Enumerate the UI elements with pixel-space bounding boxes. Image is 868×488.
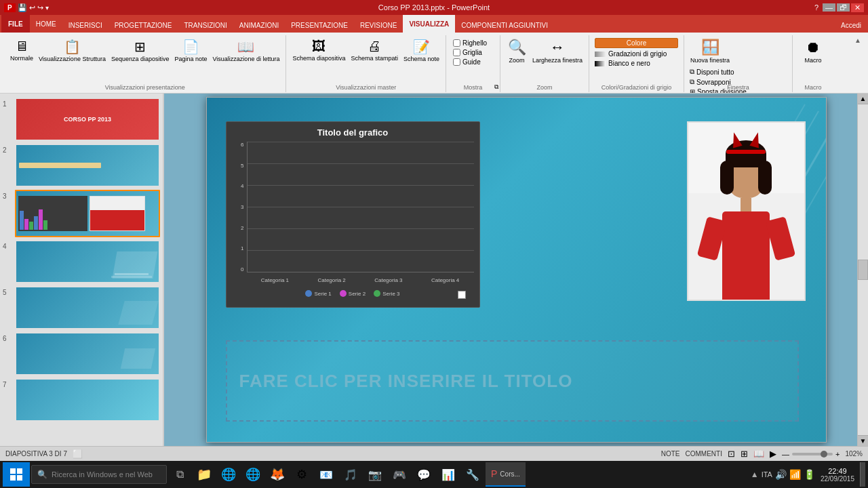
taskbar-icon-firefox[interactable]: 🦊 [266, 462, 289, 487]
text-placeholder-box[interactable]: FARE CLIC PER INSERIRE IL TITOLO [226, 340, 799, 422]
checkbox-griglia[interactable]: Griglia [453, 49, 493, 56]
photo-container[interactable] [687, 121, 806, 301]
taskbar-search[interactable]: 🔍 Ricerca in Windows e nel Web [31, 465, 167, 484]
slide-thumb-5[interactable] [15, 286, 160, 329]
minimize-button[interactable]: — [823, 3, 835, 12]
slide-thumb-6[interactable] [15, 332, 160, 375]
slide-thumb-7[interactable] [15, 378, 160, 422]
btn-disponi-tutto[interactable]: ⧉Disponi tutto [688, 67, 788, 77]
taskbar-icon-extra1[interactable]: 📧 [315, 462, 338, 487]
restore-button[interactable]: 🗗 [837, 3, 850, 12]
show-desktop-button[interactable] [860, 462, 865, 487]
system-clock[interactable]: 22:49 22/09/2015 [818, 467, 857, 483]
tray-icon-1[interactable]: ▲ [751, 470, 759, 479]
tab-revisione[interactable]: REVISIONE [354, 18, 403, 33]
taskbar-icon-edge[interactable]: 🌐 [217, 462, 240, 487]
slide-item-6[interactable]: 6 [3, 332, 160, 375]
collapse-ribbon-button[interactable]: ▲ [852, 35, 864, 45]
btn-larghezza[interactable]: ↔ Larghezza finestra [530, 37, 585, 66]
chart-container[interactable]: Titolo del grafico 6 5 4 3 2 1 0 [226, 121, 480, 308]
quick-save-icon[interactable]: 💾 [18, 3, 27, 12]
slide-item-4[interactable]: 4 [3, 240, 160, 283]
gradazioni-option[interactable]: Gradazioni di grigio [595, 50, 678, 58]
taskbar-icon-extra6[interactable]: 📊 [437, 462, 460, 487]
tray-icon-3[interactable]: 📶 [789, 469, 801, 480]
slide-item-3[interactable]: 3 [3, 190, 160, 237]
tab-progettazione[interactable]: PROGETTAZIONE [108, 18, 178, 33]
tab-inserisci[interactable]: INSERISCI [62, 18, 108, 33]
taskbar-icon-extra5[interactable]: 💬 [412, 462, 435, 487]
btn-sequenza[interactable]: ⊞ Sequenza diapositive [109, 37, 172, 64]
comments-button[interactable]: COMMENTI [686, 450, 722, 458]
quick-undo-icon[interactable]: ↩ [29, 3, 35, 12]
slide-num-6: 6 [3, 332, 12, 342]
btn-lettura[interactable]: 📖 Visualizzazione di lettura [211, 37, 282, 64]
accedi-button[interactable]: Accedi [835, 18, 867, 33]
slide-canvas[interactable]: Titolo del grafico 6 5 4 3 2 1 0 [206, 97, 827, 443]
tab-file[interactable]: FILE [1, 15, 30, 33]
taskbar-icon-task-view[interactable]: ⧉ [168, 462, 191, 487]
btn-normale[interactable]: 🖥 Normale [8, 37, 35, 64]
svg-rect-3 [17, 475, 22, 481]
chart-resize-handle[interactable] [458, 291, 466, 299]
zoom-slider[interactable]: — + [782, 450, 840, 458]
mostra-expand-icon[interactable]: ⧉ [494, 83, 498, 91]
text-placeholder[interactable]: FARE CLIC PER INSERIRE IL TITOLO [239, 371, 573, 392]
btn-struttura[interactable]: 📋 Visualizzazione Struttura [37, 37, 108, 64]
tray-icon-4[interactable]: 🔋 [804, 469, 815, 480]
tray-icon-lang[interactable]: ITA [762, 470, 772, 479]
tray-icon-2[interactable]: 🔊 [775, 469, 787, 480]
slide-num-4: 4 [3, 240, 12, 250]
btn-colore[interactable]: Colore [595, 38, 678, 48]
slide-thumb-1[interactable]: CORSO PP 2013 [15, 98, 160, 141]
quick-customize-icon[interactable]: ▾ [45, 4, 49, 12]
slide-thumb-4[interactable] [15, 240, 160, 283]
taskbar-icon-extra7[interactable]: 🔧 [461, 462, 484, 487]
btn-schema-stampati[interactable]: 🖨 Schema stampati [349, 37, 400, 64]
slide-item-2[interactable]: 2 [3, 144, 160, 187]
btn-zoom[interactable]: 🔍 Zoom [505, 37, 529, 66]
taskbar-icon-ie[interactable]: 🌐 [241, 462, 264, 487]
btn-macro[interactable]: ⏺ Macro [797, 37, 829, 66]
x-label-cat3: Categoria 3 [374, 277, 402, 283]
btn-nuova-finestra[interactable]: 🪟 Nuova finestra [688, 37, 732, 66]
view-slide-sorter-icon[interactable]: ⊞ [741, 449, 748, 459]
taskbar-icon-extra4[interactable]: 🎮 [388, 462, 411, 487]
taskbar-icon-file-explorer[interactable]: 📁 [193, 462, 216, 487]
slideshow-icon[interactable]: ▶ [770, 449, 776, 459]
btn-schema-diapo[interactable]: 🖼 Schema diapositiva [290, 37, 347, 64]
taskbar-pp-active[interactable]: P Cors... [486, 462, 526, 487]
tab-transizioni[interactable]: TRANSIZIONI [178, 18, 233, 33]
slide-item-1[interactable]: 1 CORSO PP 2013 [3, 98, 160, 141]
quick-redo-icon[interactable]: ↪ [37, 3, 43, 12]
btn-schema-note[interactable]: 📝 Schema note [401, 37, 441, 64]
bianco-nero-option[interactable]: Bianco e nero [595, 60, 678, 67]
slide-thumb-2[interactable] [15, 144, 160, 187]
group-label-visualizzazioni: Visualizzazioni presentazione [105, 84, 185, 91]
taskbar-icon-extra2[interactable]: 🎵 [339, 462, 362, 487]
vertical-scrollbar[interactable]: ▲ ▼ [857, 94, 868, 446]
help-button[interactable]: ? [812, 3, 821, 12]
slide-item-7[interactable]: 7 [3, 378, 160, 422]
taskbar-icon-extra3[interactable]: 📷 [363, 462, 387, 487]
tab-presentazione[interactable]: PRESENTAZIONE [285, 18, 354, 33]
checkbox-guide[interactable]: Guide [453, 58, 493, 66]
view-reading-icon[interactable]: 📖 [753, 449, 764, 459]
tab-animazioni[interactable]: ANIMAZIONI [233, 18, 285, 33]
close-button[interactable]: ✕ [851, 3, 864, 12]
taskbar-icon-chrome[interactable]: ⚙ [290, 462, 313, 487]
ribbon-group-zoom: 🔍 Zoom ↔ Larghezza finestra Zoom [500, 35, 589, 92]
btn-pagina-note[interactable]: 📄 Pagina note [172, 37, 209, 64]
checkbox-righello[interactable]: Righello [453, 39, 493, 47]
view-normal-icon[interactable]: ⊡ [728, 449, 735, 459]
slide-item-5[interactable]: 5 [3, 286, 160, 329]
start-button[interactable] [3, 462, 30, 487]
tab-componenti[interactable]: COMPONENTI AGGIUNTIVI [455, 18, 554, 33]
zoom-level[interactable]: 102% [845, 450, 863, 458]
tab-visualizza[interactable]: VISUALIZZA [403, 15, 455, 33]
larghezza-icon: ↔ [550, 39, 565, 56]
notes-button[interactable]: NOTE [661, 450, 680, 458]
title-bar: P 💾 ↩ ↪ ▾ Corso PP 2013.pptx - PowerPoin… [0, 0, 868, 15]
tab-home[interactable]: HOME [30, 15, 62, 33]
slide-thumb-3[interactable] [15, 190, 160, 237]
